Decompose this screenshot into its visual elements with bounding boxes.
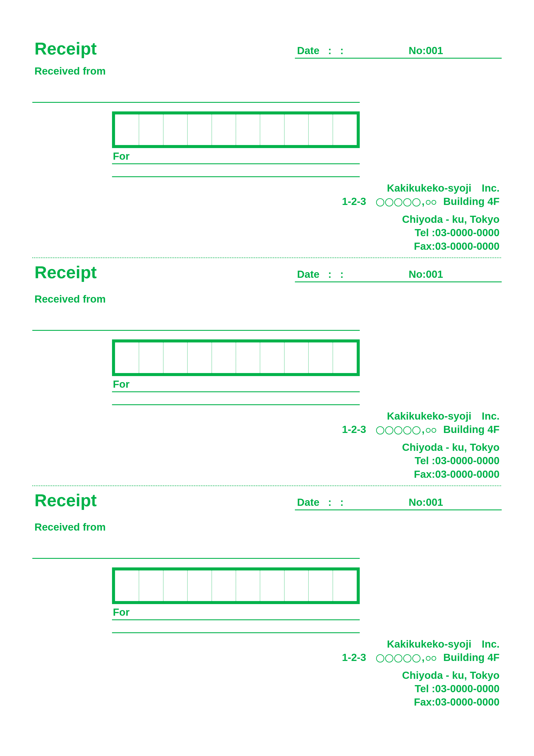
issuer-fax: Fax:03-0000-0000 <box>32 468 499 481</box>
date-colon: : <box>340 44 343 56</box>
receipt-header: Receipt Date : : No:001 <box>32 262 502 282</box>
amount-box <box>112 567 360 604</box>
issuer-tel: Tel :03-0000-0000 <box>32 454 499 468</box>
issuer-block: Kakikukeko-syoji Inc. 1-2-3 , Building 4… <box>32 637 502 709</box>
date-no-line: Date : : No:001 <box>295 44 502 59</box>
received-from-label: Received from <box>35 65 502 77</box>
amount-digit-cell <box>188 342 212 373</box>
no-label: No:001 <box>409 496 443 508</box>
amount-digit-cell <box>260 342 284 373</box>
amount-digit-cell <box>285 115 309 145</box>
address-placeholder-small-icon <box>426 656 436 661</box>
address-placeholder-icon <box>376 426 420 434</box>
amount-digit-cell <box>115 115 139 145</box>
amount-digit-cell <box>260 570 284 601</box>
issuer-block: Kakikukeko-syoji Inc. 1-2-3 , Building 4… <box>32 410 502 481</box>
received-from-line <box>32 305 360 331</box>
amount-digit-cell <box>188 115 212 145</box>
received-from-line <box>32 77 360 103</box>
issuer-tel: Tel :03-0000-0000 <box>32 682 499 695</box>
issuer-name: Kakikukeko-syoji Inc. <box>32 637 499 651</box>
issuer-name: Kakikukeko-syoji Inc. <box>32 181 499 195</box>
issuer-address: 1-2-3 , Building 4F <box>32 195 499 208</box>
date-label: Date <box>297 44 319 56</box>
amount-digit-cell <box>236 342 260 373</box>
address-placeholder-icon <box>376 198 420 206</box>
address-placeholder-small-icon <box>426 200 436 205</box>
date-colon: : <box>328 496 332 508</box>
receipt-header: Receipt Date : : No:001 <box>32 39 502 59</box>
amount-digit-cell <box>285 342 309 373</box>
amount-digit-cell <box>164 115 188 145</box>
issuer-block: Kakikukeko-syoji Inc. 1-2-3 , Building 4… <box>32 181 502 253</box>
amount-digit-cell <box>139 342 163 373</box>
date-no-line: Date : : No:001 <box>295 268 502 282</box>
amount-digit-cell <box>236 570 260 601</box>
issuer-fax: Fax:03-0000-0000 <box>32 695 499 709</box>
amount-digit-cell <box>212 342 236 373</box>
amount-digit-cell <box>115 570 139 601</box>
issuer-city: Chiyoda - ku, Tokyo <box>32 441 499 454</box>
amount-box <box>112 111 360 148</box>
issuer-city: Chiyoda - ku, Tokyo <box>32 669 499 682</box>
no-label: No:001 <box>409 44 443 56</box>
address-placeholder-small-icon <box>426 428 436 433</box>
issuer-address: 1-2-3 , Building 4F <box>32 423 499 436</box>
receipt-title: Receipt <box>35 39 97 59</box>
issuer-fax: Fax:03-0000-0000 <box>32 240 499 253</box>
amount-digit-cell <box>309 570 333 601</box>
amount-box <box>112 339 360 376</box>
date-no-line: Date : : No:001 <box>295 496 502 510</box>
amount-digit-cell <box>333 570 357 601</box>
amount-digit-cell <box>212 115 236 145</box>
receipt-slip: Receipt Date : : No:001 Received from Fo… <box>32 258 502 486</box>
date-colon: : <box>328 268 332 280</box>
for-blank-line <box>112 392 360 405</box>
issuer-tel: Tel :03-0000-0000 <box>32 226 499 239</box>
for-blank-line <box>112 620 360 633</box>
receipt-slip: Receipt Date : : No:001 Received from Fo… <box>32 486 502 713</box>
amount-digit-cell <box>139 115 163 145</box>
received-from-label: Received from <box>35 521 502 533</box>
date-colon: : <box>328 44 332 56</box>
no-label: No:001 <box>409 268 443 280</box>
for-label: For <box>112 376 360 392</box>
amount-digit-cell <box>285 570 309 601</box>
for-label: For <box>112 148 360 164</box>
amount-digit-cell <box>212 570 236 601</box>
amount-digit-cell <box>188 570 212 601</box>
received-from-line <box>32 533 360 559</box>
for-label: For <box>112 604 360 620</box>
address-placeholder-icon <box>376 654 420 662</box>
amount-digit-cell <box>333 115 357 145</box>
date-label: Date <box>297 496 319 508</box>
amount-digit-cell <box>309 115 333 145</box>
amount-digit-cell <box>236 115 260 145</box>
amount-digit-cell <box>260 115 284 145</box>
issuer-city: Chiyoda - ku, Tokyo <box>32 213 499 226</box>
receipt-header: Receipt Date : : No:001 <box>32 491 502 510</box>
date-colon: : <box>340 496 343 508</box>
for-blank-line <box>112 164 360 177</box>
receipt-title: Receipt <box>35 491 97 510</box>
amount-digit-cell <box>139 570 163 601</box>
amount-digit-cell <box>164 570 188 601</box>
receipt-slip: Receipt Date : : No:001 Received from Fo… <box>32 39 502 258</box>
amount-digit-cell <box>309 342 333 373</box>
amount-digit-cell <box>333 342 357 373</box>
date-colon: : <box>340 268 343 280</box>
amount-digit-cell <box>115 342 139 373</box>
issuer-name: Kakikukeko-syoji Inc. <box>32 410 499 423</box>
receipt-title: Receipt <box>35 262 97 282</box>
amount-digit-cell <box>164 342 188 373</box>
issuer-address: 1-2-3 , Building 4F <box>32 651 499 664</box>
date-label: Date <box>297 268 319 280</box>
received-from-label: Received from <box>35 293 502 305</box>
